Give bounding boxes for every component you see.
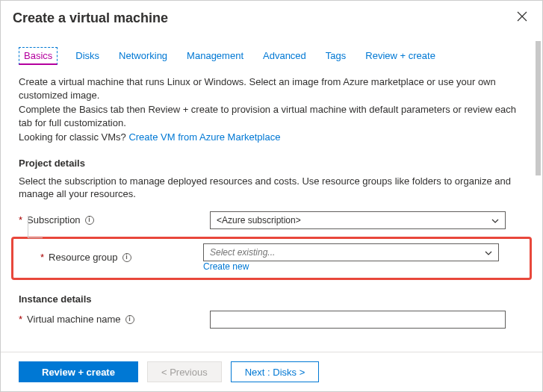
scrollbar-thumb[interactable] [536,41,541,175]
tab-basics[interactable]: Basics [19,47,58,65]
intro-line-1: Create a virtual machine that runs Linux… [19,75,527,102]
classic-prefix: Looking for classic VMs? [19,131,128,143]
subscription-value: <Azure subscription> [217,215,301,225]
resource-group-placeholder: Select existing... [210,247,275,258]
instance-details-title: Instance details [19,293,527,305]
previous-button: < Previous [147,361,222,382]
intro-classic: Looking for classic VMs? Create VM from … [19,131,527,144]
subscription-row: * Subscription i <Azure subscription> [19,211,527,229]
tab-advanced[interactable]: Advanced [261,47,308,65]
info-icon[interactable]: i [85,216,94,225]
create-new-link[interactable]: Create new [203,261,499,272]
vm-name-row: * Virtual machine name i [19,311,527,329]
tab-bar: Basics Disks Networking Management Advan… [19,47,527,65]
required-marker: * [19,214,22,225]
tab-networking[interactable]: Networking [117,47,169,65]
content-area: Basics Disks Networking Management Advan… [1,34,542,352]
resource-group-select[interactable]: Select existing... [203,243,499,261]
classic-vm-link[interactable]: Create VM from Azure Marketplace [128,131,280,143]
info-icon[interactable]: i [125,315,134,324]
resource-group-row: * Resource group i Select existing... Cr… [40,243,524,272]
subscription-label-col: * Subscription i [19,214,210,225]
page-title: Create a virtual machine [13,10,168,26]
tab-disks[interactable]: Disks [74,47,101,65]
next-button[interactable]: Next : Disks > [231,361,320,382]
intro-line-2: Complete the Basics tab then Review + cr… [19,103,527,129]
resource-group-label: Resource group [49,252,118,263]
info-icon[interactable]: i [122,253,131,262]
required-marker: * [19,314,22,325]
vm-name-input[interactable] [210,311,506,329]
review-create-button[interactable]: Review + create [19,361,138,382]
required-marker: * [40,252,44,263]
chevron-down-icon [491,216,499,225]
close-icon [517,11,527,22]
tab-review-create[interactable]: Review + create [364,47,437,65]
panel-header: Create a virtual machine [1,1,542,34]
project-details-title: Project details [19,158,527,169]
tab-management[interactable]: Management [185,47,245,65]
footer: Review + create < Previous Next : Disks … [1,352,542,391]
indent-connector [28,216,43,238]
resource-group-highlight: * Resource group i Select existing... Cr… [11,237,532,280]
tab-tags[interactable]: Tags [324,47,347,65]
vm-name-label-col: * Virtual machine name i [19,314,210,325]
resource-group-label-col: * Resource group i [40,252,203,263]
scrollbar[interactable] [536,41,541,307]
subscription-select[interactable]: <Azure subscription> [210,211,506,229]
vm-name-label: Virtual machine name [27,314,121,325]
project-details-desc: Select the subscription to manage deploy… [19,175,527,201]
chevron-down-icon [485,248,492,257]
close-button[interactable] [514,8,530,28]
